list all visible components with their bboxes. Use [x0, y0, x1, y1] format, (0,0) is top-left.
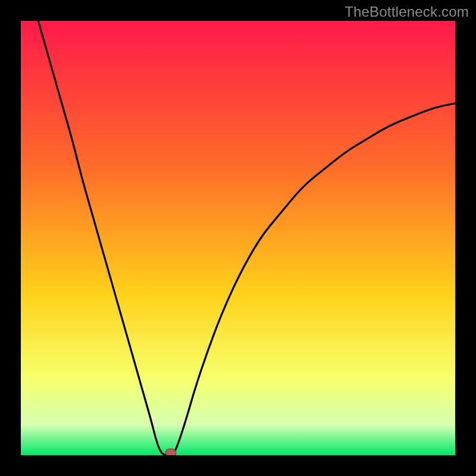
watermark-label: TheBottleneck.com	[345, 4, 469, 20]
svg-rect-0	[21, 21, 455, 455]
background-gradient	[21, 21, 455, 455]
plot-area	[21, 21, 455, 455]
chart-frame: TheBottleneck.com	[0, 0, 476, 476]
optimal-point-marker	[165, 448, 176, 455]
